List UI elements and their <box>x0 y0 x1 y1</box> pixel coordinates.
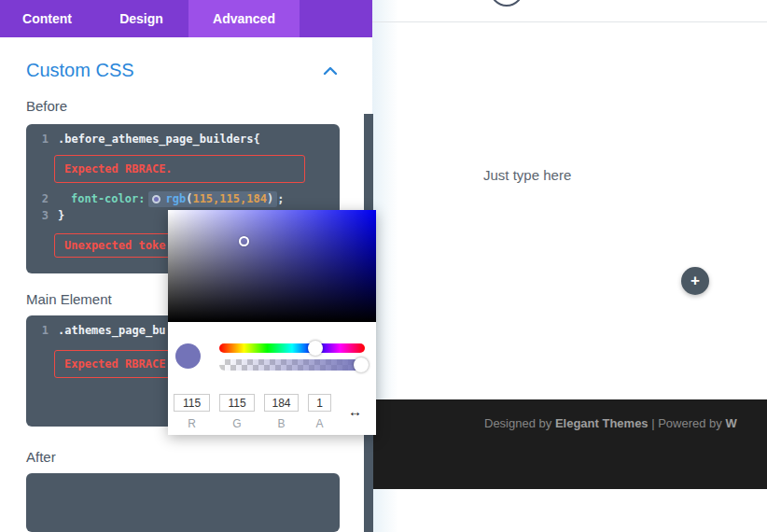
current-color-swatch <box>175 343 201 369</box>
footer-separator-text: | Powered by <box>648 416 726 430</box>
green-label: G <box>232 417 241 430</box>
code-line: 2font-color:rgb(115,115,184); <box>34 190 328 207</box>
swap-color-format-icon[interactable]: ↔ <box>348 403 362 419</box>
code-declaration: font-color:rgb(115,115,184); <box>58 192 284 205</box>
footer-wordpress-link[interactable]: W <box>725 416 736 430</box>
saturation-brightness-area[interactable] <box>168 210 376 322</box>
lint-error-message: Expected RBRACE. <box>54 155 305 183</box>
alpha-gradient <box>219 359 365 371</box>
rgba-inputs: R G B A <box>174 394 331 430</box>
alpha-field: A <box>308 394 331 430</box>
alpha-label: A <box>315 417 323 430</box>
lint-error-text: Unexpected toke <box>64 239 165 252</box>
tab-design[interactable]: Design <box>94 0 188 37</box>
saturation-cursor[interactable] <box>239 236 249 246</box>
lint-error-text: Expected RBRACE <box>64 357 165 371</box>
text-module-placeholder[interactable]: Just type here <box>483 167 571 183</box>
blue-field: B <box>264 394 299 430</box>
red-input[interactable] <box>174 394 210 412</box>
settings-tab-bar: Content Design Advanced <box>0 0 372 37</box>
tab-advanced[interactable]: Advanced <box>188 0 300 37</box>
tab-content[interactable]: Content <box>0 0 94 37</box>
canvas-divider <box>372 21 767 22</box>
section-title: Custom CSS <box>26 60 134 81</box>
code-selector: .before_athemes_page_builders{ <box>58 133 260 146</box>
before-field-label: Before <box>26 98 67 114</box>
chevron-up-icon[interactable] <box>323 66 338 76</box>
alpha-slider-handle[interactable] <box>354 357 369 372</box>
page-canvas: Just type here + Designed by Elegant The… <box>372 0 767 532</box>
add-module-button[interactable]: + <box>681 267 709 295</box>
green-input[interactable] <box>219 394 255 412</box>
color-value-highlight[interactable]: rgb(115,115,184) <box>148 191 277 207</box>
line-number: 1 <box>34 322 49 339</box>
footer-credits: Designed by Elegant Themes | Powered by … <box>484 416 737 430</box>
css-function: rgb <box>165 192 186 205</box>
css-property: font-color: <box>71 192 145 205</box>
module-circle-icon[interactable] <box>490 0 523 7</box>
blue-label: B <box>277 417 285 430</box>
blue-input[interactable] <box>264 394 299 412</box>
rgb-values: 115,115,184 <box>192 192 266 205</box>
red-label: R <box>188 417 196 430</box>
code-brace: } <box>58 209 64 222</box>
after-css-editor[interactable] <box>26 473 340 532</box>
code-line: 1.before_athemes_page_builders{ <box>34 131 328 147</box>
alpha-input[interactable] <box>308 394 331 412</box>
red-field: R <box>174 394 210 430</box>
hue-slider-handle[interactable] <box>308 341 323 356</box>
line-number: 1 <box>34 131 49 147</box>
inline-color-preview-icon[interactable] <box>152 195 160 203</box>
plus-icon: + <box>690 272 700 290</box>
lint-error-text: Expected RBRACE. <box>64 162 173 175</box>
code-selector: .athemes_page_bu <box>58 324 166 337</box>
line-number: 3 <box>34 207 49 224</box>
main-element-field-label: Main Element <box>26 291 112 307</box>
custom-css-section-header[interactable]: Custom CSS <box>26 60 338 81</box>
footer-credit-text: Designed by <box>484 416 555 430</box>
alpha-slider[interactable] <box>219 359 365 371</box>
line-number: 2 <box>34 190 49 207</box>
punctuation: ) <box>267 192 273 205</box>
after-field-label: After <box>26 449 56 465</box>
punctuation: ; <box>277 192 284 205</box>
green-field: G <box>219 394 255 430</box>
footer-brand-link[interactable]: Elegant Themes <box>555 416 648 430</box>
hue-slider[interactable] <box>219 343 365 353</box>
site-footer: Designed by Elegant Themes | Powered by … <box>372 399 767 489</box>
color-picker-popup: R G B A ↔ <box>168 210 376 435</box>
